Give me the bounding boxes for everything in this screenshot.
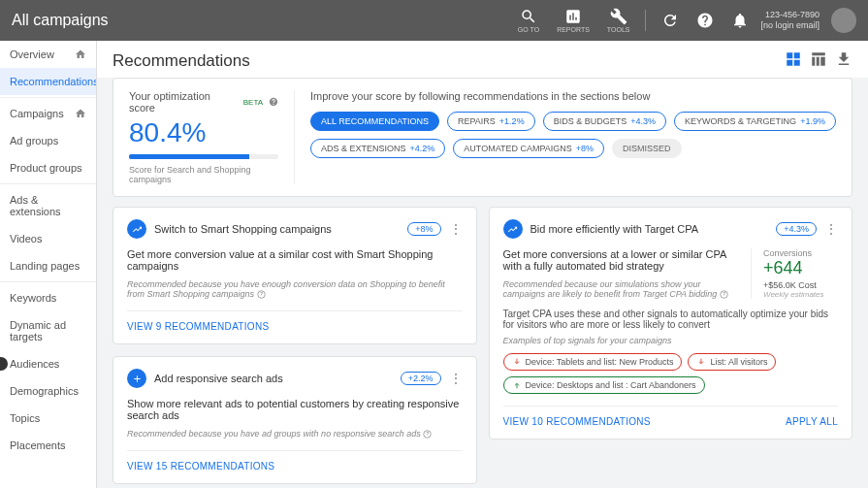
sidebar-videos[interactable]: Videos (0, 225, 96, 252)
apply-all-link[interactable]: APPLY ALL (786, 416, 838, 427)
delta-badge: +2.2% (401, 372, 441, 385)
sidebar-campaigns[interactable]: Campaigns (0, 100, 96, 127)
chip-keywords[interactable]: KEYWORDS & TARGETING+1.9% (674, 112, 836, 131)
refresh-icon[interactable] (656, 12, 685, 29)
sidebar-audiences[interactable]: Audiences (0, 350, 96, 377)
svg-text:?: ? (426, 432, 429, 438)
trend-icon (127, 219, 146, 239)
sidebar-landing-pages[interactable]: Landing pages (0, 252, 96, 279)
goto-icon[interactable]: GO TO (512, 8, 545, 33)
view-recommendations-link[interactable]: VIEW 15 RECOMMENDATIONS (127, 461, 274, 472)
sidebar-demographics[interactable]: Demographics (0, 377, 96, 405)
help-icon[interactable]: ? (257, 290, 266, 299)
chip-all[interactable]: ALL RECOMMENDATIONS (310, 112, 439, 131)
card-menu[interactable]: ⋮ (449, 372, 463, 385)
card-menu[interactable]: ⋮ (449, 222, 463, 236)
score-label: Your optimization score BETA (129, 90, 278, 114)
help-icon[interactable] (269, 97, 278, 107)
help-icon[interactable] (691, 12, 720, 29)
svg-text:?: ? (260, 292, 263, 298)
delta-badge: +4.3% (776, 222, 817, 236)
sidebar: Overview Recommendations Campaigns Ad gr… (0, 41, 97, 488)
chip-ads[interactable]: ADS & EXTENSIONS+4.2% (310, 139, 445, 158)
help-icon[interactable]: ? (720, 290, 728, 299)
app-title: All campaigns (12, 12, 109, 29)
svg-text:?: ? (723, 292, 725, 298)
table-view-icon[interactable] (810, 50, 827, 72)
sidebar-dynamic-ad-targets[interactable]: Dynamic ad targets (0, 311, 96, 350)
chip-automated[interactable]: AUTOMATED CAMPAIGNS+8% (453, 139, 604, 158)
plus-icon (127, 369, 146, 388)
metrics: Conversions +644 +$56.0K Cost Weekly est… (751, 248, 838, 299)
tools-icon[interactable]: TOOLS (601, 8, 636, 33)
score-bar (129, 154, 278, 159)
sidebar-recommendations[interactable]: Recommendations (0, 68, 96, 95)
signal-chip: List: All visitors (688, 353, 776, 371)
main-content: Recommendations Your optimization score … (97, 41, 868, 488)
sidebar-product-groups[interactable]: Product groups (0, 154, 96, 181)
help-icon[interactable]: ? (423, 430, 432, 439)
improve-text: Improve your score by following recommen… (310, 90, 836, 102)
score-panel: Your optimization score BETA 80.4% Score… (113, 78, 852, 197)
card-smart-shopping: Switch to Smart Shopping campaigns +8% ⋮… (113, 207, 477, 344)
top-bar: All campaigns GO TO REPORTS TOOLS 123-45… (0, 0, 868, 41)
avatar[interactable] (831, 8, 856, 33)
grid-view-icon[interactable] (785, 50, 802, 72)
sidebar-ads-extensions[interactable]: Ads & extensions (0, 186, 96, 225)
score-value: 80.4% (129, 117, 278, 148)
chip-repairs[interactable]: REPAIRS+1.2% (447, 112, 535, 131)
reports-icon[interactable]: REPORTS (551, 8, 595, 33)
trend-icon (503, 219, 523, 239)
account-info[interactable]: 123-456-7890 [no login email] (760, 10, 820, 31)
sidebar-keywords[interactable]: Keywords (0, 284, 96, 311)
sidebar-topics[interactable]: Topics (0, 405, 96, 432)
view-recommendations-link[interactable]: VIEW 9 RECOMMENDATIONS (127, 321, 269, 332)
signal-chip: Device: Desktops and list : Cart Abandon… (503, 376, 705, 394)
signal-chip: Device: Tablets and list: New Products (503, 353, 683, 371)
page-title: Recommendations (113, 51, 250, 71)
sidebar-placements[interactable]: Placements (0, 432, 96, 459)
sidebar-ad-groups[interactable]: Ad groups (0, 127, 96, 154)
card-responsive-ads: Add responsive search ads +2.2% ⋮ Show m… (113, 356, 477, 484)
sidebar-overview[interactable]: Overview (0, 41, 96, 68)
view-recommendations-link[interactable]: VIEW 10 RECOMMENDATIONS (503, 416, 651, 427)
chip-bids[interactable]: BIDS & BUDGETS+4.3% (543, 112, 666, 131)
score-sub: Score for Search and Shopping campaigns (129, 165, 278, 184)
download-icon[interactable] (835, 50, 852, 72)
chip-dismissed[interactable]: DISMISSED (612, 139, 682, 158)
delta-badge: +8% (407, 222, 440, 236)
notifications-icon[interactable] (725, 12, 755, 29)
card-menu[interactable]: ⋮ (824, 222, 838, 236)
card-target-cpa: Bid more efficiently with Target CPA +4.… (489, 207, 853, 439)
